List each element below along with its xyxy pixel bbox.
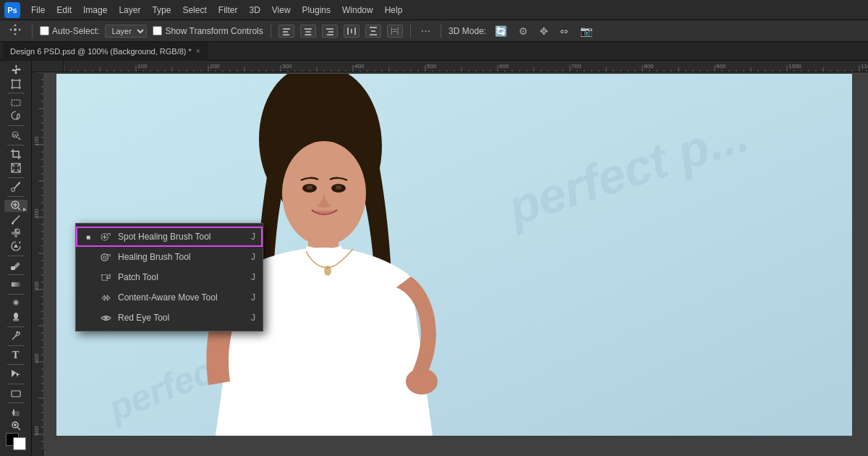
menu-layer[interactable]: Layer xyxy=(114,4,145,17)
tool-blur[interactable] xyxy=(4,297,27,310)
menu-file[interactable]: File xyxy=(26,4,50,17)
sep-13 xyxy=(7,402,25,403)
svg-point-32 xyxy=(11,188,14,192)
healing-brush-icon xyxy=(99,250,112,263)
3d-slide-icon[interactable]: ⇔ xyxy=(557,24,571,38)
tool-artboard[interactable] xyxy=(4,77,27,90)
svg-point-62 xyxy=(324,266,331,276)
tool-gradient[interactable] xyxy=(4,278,27,291)
menu-filter[interactable]: Filter xyxy=(213,4,243,17)
flyout-content-aware[interactable]: Content-Aware Move Tool J xyxy=(76,287,263,308)
sep-2 xyxy=(7,125,25,126)
svg-rect-14 xyxy=(370,34,377,35)
menu-view[interactable]: View xyxy=(267,4,296,17)
tool-frame[interactable] xyxy=(4,161,27,174)
sep-3 xyxy=(7,145,25,145)
sep-1 xyxy=(7,93,25,93)
tool-zoom[interactable] xyxy=(4,419,27,432)
layer-select[interactable]: Layer xyxy=(105,25,147,38)
svg-point-74 xyxy=(105,317,107,319)
flyout-spot-healing[interactable]: ■ Spot Healing Brush Tool J xyxy=(76,227,263,247)
color-pair[interactable] xyxy=(6,433,26,450)
menu-type[interactable]: Type xyxy=(147,4,176,17)
svg-line-30 xyxy=(12,169,14,172)
menu-image[interactable]: Image xyxy=(78,4,112,17)
more-options-btn[interactable]: ··· xyxy=(418,25,433,38)
sep-8 xyxy=(7,294,25,295)
menu-3d[interactable]: 3D xyxy=(244,4,265,17)
content-aware-shortcut: J xyxy=(251,292,255,303)
canvas-container[interactable]: perfect p... perfect Ps to use... xyxy=(43,72,868,456)
flyout-healing-brush[interactable]: Healing Brush Tool J xyxy=(76,247,263,267)
distribute-h-btn[interactable] xyxy=(344,25,359,38)
tab-close-btn[interactable]: × xyxy=(196,47,200,55)
red-eye-label: Red Eye Tool xyxy=(118,313,169,323)
tool-move[interactable] xyxy=(4,64,27,77)
3d-rotate-icon[interactable]: 🔄 xyxy=(492,24,510,38)
options-sep-3 xyxy=(410,25,411,38)
flyout-menu: ■ Spot Healing Brush Tool J xyxy=(75,223,263,332)
flyout-patch[interactable]: Patch Tool J xyxy=(76,267,263,287)
color-swatches xyxy=(6,433,26,453)
3d-orbit-icon[interactable]: ⚙ xyxy=(516,24,531,38)
3d-camera-icon[interactable]: 📷 xyxy=(577,24,595,38)
menu-edit[interactable]: Edit xyxy=(51,4,77,17)
svg-rect-15 xyxy=(12,80,20,88)
tool-history-brush[interactable] xyxy=(4,240,27,253)
tool-type[interactable]: T xyxy=(4,349,27,362)
content-aware-label: Content-Aware Move Tool xyxy=(118,292,218,303)
check-mark-spot: ■ xyxy=(83,232,93,242)
vertical-ruler xyxy=(32,72,43,456)
menu-select[interactable]: Select xyxy=(177,4,211,17)
sep-6 xyxy=(7,256,25,256)
svg-rect-49 xyxy=(12,411,20,416)
svg-point-44 xyxy=(14,313,18,318)
background-color[interactable] xyxy=(13,437,26,450)
spot-healing-label: Spot Healing Brush Tool xyxy=(118,232,211,242)
svg-point-71 xyxy=(103,256,106,258)
tool-healing[interactable]: ▶ xyxy=(4,200,27,213)
svg-rect-5 xyxy=(305,34,311,35)
tool-eyedropper[interactable] xyxy=(4,180,27,193)
ps-logo: Ps xyxy=(4,2,20,18)
tool-lasso[interactable] xyxy=(4,110,27,123)
menu-bar: Ps File Edit Image Layer Type Select Fil… xyxy=(0,0,868,20)
tool-dodge[interactable] xyxy=(4,311,27,324)
align-btn-more[interactable]: |=| xyxy=(387,25,403,38)
tool-shape[interactable] xyxy=(4,387,27,400)
active-tab[interactable]: Design 6 PSD.psd @ 100% (Background, RGB… xyxy=(3,42,208,61)
spot-healing-shortcut: J xyxy=(251,232,255,242)
check-mark-patch xyxy=(83,272,93,282)
menu-window[interactable]: Window xyxy=(337,4,378,17)
tool-brush[interactable] xyxy=(4,213,27,226)
flyout-red-eye[interactable]: Red Eye Tool J xyxy=(76,308,263,328)
sep-7 xyxy=(7,274,25,275)
sep-10 xyxy=(7,345,25,346)
svg-rect-40 xyxy=(12,282,20,287)
tool-hand[interactable] xyxy=(4,406,27,419)
align-center-btn[interactable] xyxy=(300,25,316,38)
tool-eraser[interactable] xyxy=(4,259,27,272)
main-layout: W xyxy=(0,61,868,456)
svg-line-28 xyxy=(12,164,14,166)
tool-clone-stamp[interactable] xyxy=(4,227,27,240)
tool-pen[interactable] xyxy=(4,329,27,342)
align-left-btn[interactable] xyxy=(278,25,294,38)
menu-help[interactable]: Help xyxy=(380,4,408,17)
svg-rect-48 xyxy=(12,391,20,397)
menu-plugins[interactable]: Plugins xyxy=(297,4,336,17)
svg-rect-7 xyxy=(328,31,333,33)
tool-quick-select[interactable]: W xyxy=(4,129,27,142)
align-right-btn[interactable] xyxy=(322,25,338,38)
show-transform-group: Show Transform Controls xyxy=(153,26,263,36)
tool-marquee[interactable] xyxy=(4,96,27,109)
3d-pan-icon[interactable]: ✥ xyxy=(537,24,551,38)
svg-point-47 xyxy=(16,332,18,334)
auto-select-checkbox[interactable] xyxy=(40,26,49,35)
tool-crop[interactable] xyxy=(4,148,27,161)
show-transform-checkbox[interactable] xyxy=(153,26,162,35)
distribute-v-btn[interactable] xyxy=(365,25,381,38)
healing-brush-label: Healing Brush Tool xyxy=(118,252,191,262)
svg-point-65 xyxy=(307,185,312,190)
tool-path-select[interactable] xyxy=(4,368,27,381)
